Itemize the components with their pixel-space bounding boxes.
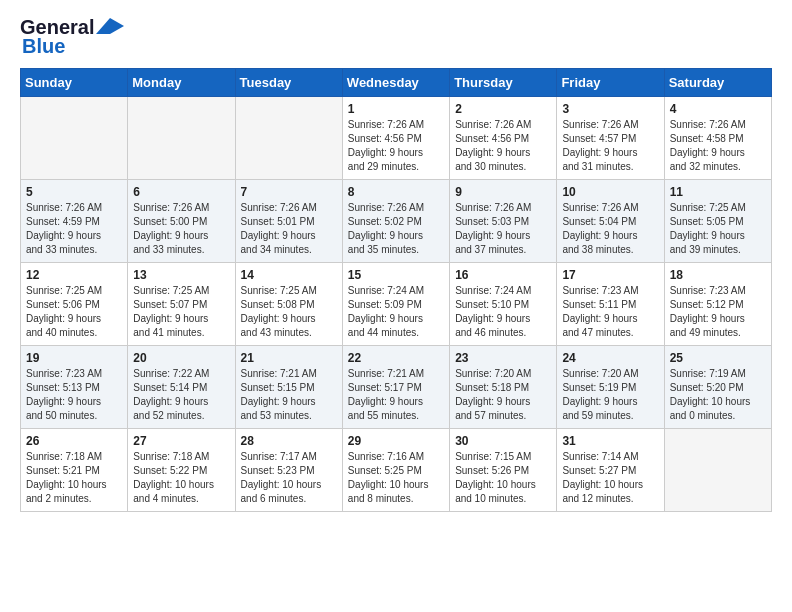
day-info: Sunrise: 7:26 AM Sunset: 5:04 PM Dayligh… [562,201,658,257]
calendar-cell: 23Sunrise: 7:20 AM Sunset: 5:18 PM Dayli… [450,346,557,429]
day-number: 19 [26,351,122,365]
day-info: Sunrise: 7:21 AM Sunset: 5:15 PM Dayligh… [241,367,337,423]
day-info: Sunrise: 7:23 AM Sunset: 5:13 PM Dayligh… [26,367,122,423]
day-info: Sunrise: 7:26 AM Sunset: 4:58 PM Dayligh… [670,118,766,174]
calendar-cell: 10Sunrise: 7:26 AM Sunset: 5:04 PM Dayli… [557,180,664,263]
calendar-header-wednesday: Wednesday [342,69,449,97]
day-info: Sunrise: 7:21 AM Sunset: 5:17 PM Dayligh… [348,367,444,423]
calendar-cell: 14Sunrise: 7:25 AM Sunset: 5:08 PM Dayli… [235,263,342,346]
calendar-header-tuesday: Tuesday [235,69,342,97]
logo-blue: Blue [22,35,65,58]
day-number: 22 [348,351,444,365]
day-number: 8 [348,185,444,199]
day-number: 25 [670,351,766,365]
day-info: Sunrise: 7:26 AM Sunset: 5:02 PM Dayligh… [348,201,444,257]
day-number: 1 [348,102,444,116]
calendar-cell [21,97,128,180]
calendar-cell: 18Sunrise: 7:23 AM Sunset: 5:12 PM Dayli… [664,263,771,346]
calendar-cell: 1Sunrise: 7:26 AM Sunset: 4:56 PM Daylig… [342,97,449,180]
calendar-cell: 11Sunrise: 7:25 AM Sunset: 5:05 PM Dayli… [664,180,771,263]
day-number: 4 [670,102,766,116]
svg-marker-0 [96,18,124,34]
logo-icon [96,18,124,34]
calendar-cell: 5Sunrise: 7:26 AM Sunset: 4:59 PM Daylig… [21,180,128,263]
calendar-cell: 20Sunrise: 7:22 AM Sunset: 5:14 PM Dayli… [128,346,235,429]
day-info: Sunrise: 7:26 AM Sunset: 4:56 PM Dayligh… [348,118,444,174]
day-number: 21 [241,351,337,365]
day-info: Sunrise: 7:18 AM Sunset: 5:22 PM Dayligh… [133,450,229,506]
header: General Blue [20,16,772,58]
calendar-cell: 26Sunrise: 7:18 AM Sunset: 5:21 PM Dayli… [21,429,128,512]
day-number: 26 [26,434,122,448]
day-number: 13 [133,268,229,282]
calendar-cell: 3Sunrise: 7:26 AM Sunset: 4:57 PM Daylig… [557,97,664,180]
day-info: Sunrise: 7:20 AM Sunset: 5:19 PM Dayligh… [562,367,658,423]
day-info: Sunrise: 7:26 AM Sunset: 5:03 PM Dayligh… [455,201,551,257]
day-info: Sunrise: 7:24 AM Sunset: 5:09 PM Dayligh… [348,284,444,340]
calendar-cell: 9Sunrise: 7:26 AM Sunset: 5:03 PM Daylig… [450,180,557,263]
day-number: 5 [26,185,122,199]
day-number: 27 [133,434,229,448]
calendar-cell: 17Sunrise: 7:23 AM Sunset: 5:11 PM Dayli… [557,263,664,346]
day-number: 16 [455,268,551,282]
day-number: 28 [241,434,337,448]
calendar-cell: 15Sunrise: 7:24 AM Sunset: 5:09 PM Dayli… [342,263,449,346]
calendar-cell: 2Sunrise: 7:26 AM Sunset: 4:56 PM Daylig… [450,97,557,180]
calendar-header-row: SundayMondayTuesdayWednesdayThursdayFrid… [21,69,772,97]
calendar-week-row: 19Sunrise: 7:23 AM Sunset: 5:13 PM Dayli… [21,346,772,429]
day-number: 18 [670,268,766,282]
calendar-header-saturday: Saturday [664,69,771,97]
calendar-week-row: 1Sunrise: 7:26 AM Sunset: 4:56 PM Daylig… [21,97,772,180]
calendar-cell: 24Sunrise: 7:20 AM Sunset: 5:19 PM Dayli… [557,346,664,429]
day-number: 20 [133,351,229,365]
calendar-week-row: 12Sunrise: 7:25 AM Sunset: 5:06 PM Dayli… [21,263,772,346]
calendar-cell: 25Sunrise: 7:19 AM Sunset: 5:20 PM Dayli… [664,346,771,429]
calendar-cell: 7Sunrise: 7:26 AM Sunset: 5:01 PM Daylig… [235,180,342,263]
calendar-cell: 27Sunrise: 7:18 AM Sunset: 5:22 PM Dayli… [128,429,235,512]
calendar-cell: 22Sunrise: 7:21 AM Sunset: 5:17 PM Dayli… [342,346,449,429]
day-info: Sunrise: 7:24 AM Sunset: 5:10 PM Dayligh… [455,284,551,340]
calendar-header-sunday: Sunday [21,69,128,97]
day-number: 30 [455,434,551,448]
day-number: 2 [455,102,551,116]
day-info: Sunrise: 7:26 AM Sunset: 4:56 PM Dayligh… [455,118,551,174]
calendar-cell: 29Sunrise: 7:16 AM Sunset: 5:25 PM Dayli… [342,429,449,512]
day-info: Sunrise: 7:25 AM Sunset: 5:05 PM Dayligh… [670,201,766,257]
day-info: Sunrise: 7:14 AM Sunset: 5:27 PM Dayligh… [562,450,658,506]
day-number: 17 [562,268,658,282]
calendar-cell: 28Sunrise: 7:17 AM Sunset: 5:23 PM Dayli… [235,429,342,512]
calendar-cell: 21Sunrise: 7:21 AM Sunset: 5:15 PM Dayli… [235,346,342,429]
day-number: 6 [133,185,229,199]
day-info: Sunrise: 7:20 AM Sunset: 5:18 PM Dayligh… [455,367,551,423]
day-number: 24 [562,351,658,365]
day-info: Sunrise: 7:23 AM Sunset: 5:11 PM Dayligh… [562,284,658,340]
day-number: 3 [562,102,658,116]
day-info: Sunrise: 7:26 AM Sunset: 5:01 PM Dayligh… [241,201,337,257]
day-info: Sunrise: 7:26 AM Sunset: 4:57 PM Dayligh… [562,118,658,174]
calendar-header-friday: Friday [557,69,664,97]
day-number: 11 [670,185,766,199]
page: General Blue SundayMondayTuesdayWednesda… [0,0,792,532]
day-number: 23 [455,351,551,365]
day-info: Sunrise: 7:25 AM Sunset: 5:06 PM Dayligh… [26,284,122,340]
day-info: Sunrise: 7:25 AM Sunset: 5:08 PM Dayligh… [241,284,337,340]
day-info: Sunrise: 7:22 AM Sunset: 5:14 PM Dayligh… [133,367,229,423]
day-info: Sunrise: 7:17 AM Sunset: 5:23 PM Dayligh… [241,450,337,506]
day-number: 15 [348,268,444,282]
calendar-week-row: 26Sunrise: 7:18 AM Sunset: 5:21 PM Dayli… [21,429,772,512]
day-info: Sunrise: 7:26 AM Sunset: 5:00 PM Dayligh… [133,201,229,257]
day-info: Sunrise: 7:25 AM Sunset: 5:07 PM Dayligh… [133,284,229,340]
day-info: Sunrise: 7:23 AM Sunset: 5:12 PM Dayligh… [670,284,766,340]
day-number: 7 [241,185,337,199]
day-info: Sunrise: 7:18 AM Sunset: 5:21 PM Dayligh… [26,450,122,506]
logo: General Blue [20,16,124,58]
day-number: 12 [26,268,122,282]
calendar-header-monday: Monday [128,69,235,97]
calendar-cell [128,97,235,180]
calendar-cell: 12Sunrise: 7:25 AM Sunset: 5:06 PM Dayli… [21,263,128,346]
day-number: 14 [241,268,337,282]
calendar-cell: 31Sunrise: 7:14 AM Sunset: 5:27 PM Dayli… [557,429,664,512]
calendar-cell [235,97,342,180]
calendar-cell: 16Sunrise: 7:24 AM Sunset: 5:10 PM Dayli… [450,263,557,346]
day-number: 31 [562,434,658,448]
